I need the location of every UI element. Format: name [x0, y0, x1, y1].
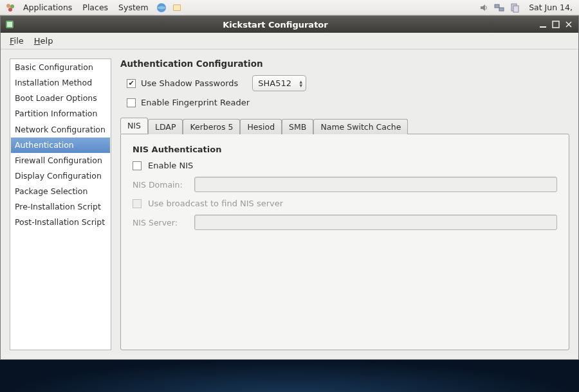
- tab-panel-nis: NIS Authentication Enable NIS NIS Domain…: [120, 134, 569, 350]
- maximize-button[interactable]: [550, 19, 562, 30]
- svg-rect-6: [495, 4, 499, 8]
- svg-rect-9: [513, 6, 519, 12]
- svg-point-1: [10, 4, 14, 8]
- enable-nis-label: Enable NIS: [148, 161, 193, 170]
- titlebar[interactable]: Kickstart Configurator: [1, 16, 578, 33]
- browser-icon[interactable]: [155, 1, 168, 14]
- enable-nis-checkbox[interactable]: [133, 161, 142, 170]
- svg-point-0: [6, 4, 10, 8]
- spinner-icon: ▴▾: [300, 79, 303, 87]
- svg-rect-5: [174, 5, 180, 10]
- sidebar-item-network-configuration[interactable]: Network Configuration: [11, 122, 110, 138]
- sidebar-item-boot-loader-options[interactable]: Boot Loader Options: [11, 91, 110, 106]
- tab-name-switch-cache[interactable]: Name Switch Cache: [313, 119, 408, 134]
- shadow-label: Use Shadow Passwords: [141, 78, 238, 88]
- app-window: Kickstart Configurator File Help Basic C…: [0, 15, 579, 360]
- panel-menu-applications[interactable]: Applications: [18, 3, 77, 12]
- menubar: File Help: [1, 33, 578, 49]
- gnome-panel: Applications Places System Sat Jun 14,: [0, 0, 579, 15]
- menu-help[interactable]: Help: [29, 35, 59, 47]
- menu-file[interactable]: File: [5, 35, 29, 47]
- distro-icon: [4, 1, 17, 14]
- sidebar-item-basic-configuration[interactable]: Basic Configuration: [11, 60, 110, 75]
- fingerprint-label: Enable Fingerprint Reader: [141, 98, 250, 107]
- tab-kerberos-5[interactable]: Kerberos 5: [183, 119, 240, 134]
- tab-hesiod[interactable]: Hesiod: [240, 119, 282, 134]
- svg-rect-11: [7, 22, 12, 27]
- nis-server-input: [194, 215, 557, 230]
- app-icon: [5, 19, 15, 30]
- terminal-icon[interactable]: [170, 1, 183, 14]
- sidebar-item-authentication[interactable]: Authentication: [11, 138, 110, 153]
- nis-server-label: NIS Server:: [133, 218, 188, 227]
- fingerprint-checkbox[interactable]: [127, 98, 136, 107]
- sidebar-item-partition-information[interactable]: Partition Information: [11, 106, 110, 121]
- svg-point-2: [8, 8, 12, 12]
- tab-ldap[interactable]: LDAP: [148, 119, 183, 134]
- sidebar: Basic ConfigurationInstallation MethodBo…: [10, 58, 111, 350]
- hash-select[interactable]: SHA512 ▴▾: [252, 75, 306, 91]
- panel-menu-system[interactable]: System: [113, 3, 154, 12]
- content-area: Basic ConfigurationInstallation MethodBo…: [1, 49, 578, 359]
- network-icon[interactable]: [493, 1, 506, 14]
- nis-broadcast-checkbox: [133, 199, 142, 208]
- sidebar-item-firewall-configuration[interactable]: Firewall Configuration: [11, 153, 110, 168]
- nis-broadcast-label: Use broadcast to find NIS server: [148, 199, 283, 208]
- sidebar-item-display-configuration[interactable]: Display Configuration: [11, 168, 110, 184]
- tabstrip: NISLDAPKerberos 5HesiodSMBName Switch Ca…: [120, 118, 569, 134]
- svg-rect-7: [499, 8, 504, 11]
- sidebar-item-installation-method[interactable]: Installation Method: [11, 75, 110, 91]
- svg-rect-12: [540, 26, 546, 28]
- minimize-button[interactable]: [537, 19, 549, 30]
- section-title: Authentication Configuration: [120, 58, 569, 69]
- close-button[interactable]: [563, 19, 574, 30]
- nis-domain-label: NIS Domain:: [133, 180, 188, 190]
- sidebar-item-pre-installation-script[interactable]: Pre-Installation Script: [11, 199, 110, 215]
- clipboard-icon[interactable]: [508, 1, 521, 14]
- sidebar-item-post-installation-script[interactable]: Post-Installation Script: [11, 215, 110, 230]
- nis-title: NIS Authentication: [133, 145, 557, 154]
- window-title: Kickstart Configurator: [15, 20, 536, 30]
- bottom-dock: [0, 360, 579, 392]
- main-panel: Authentication Configuration ✔ Use Shado…: [120, 58, 569, 350]
- svg-rect-13: [553, 21, 559, 28]
- tab-smb[interactable]: SMB: [282, 119, 313, 134]
- tab-nis[interactable]: NIS: [120, 118, 148, 134]
- panel-clock[interactable]: Sat Jun 14,: [522, 3, 576, 12]
- panel-menu-places[interactable]: Places: [77, 3, 113, 12]
- nis-domain-input: [194, 177, 557, 192]
- shadow-checkbox[interactable]: ✔: [127, 79, 136, 88]
- sidebar-item-package-selection[interactable]: Package Selection: [11, 184, 110, 199]
- hash-select-value: SHA512: [258, 78, 291, 88]
- volume-icon[interactable]: [477, 1, 490, 14]
